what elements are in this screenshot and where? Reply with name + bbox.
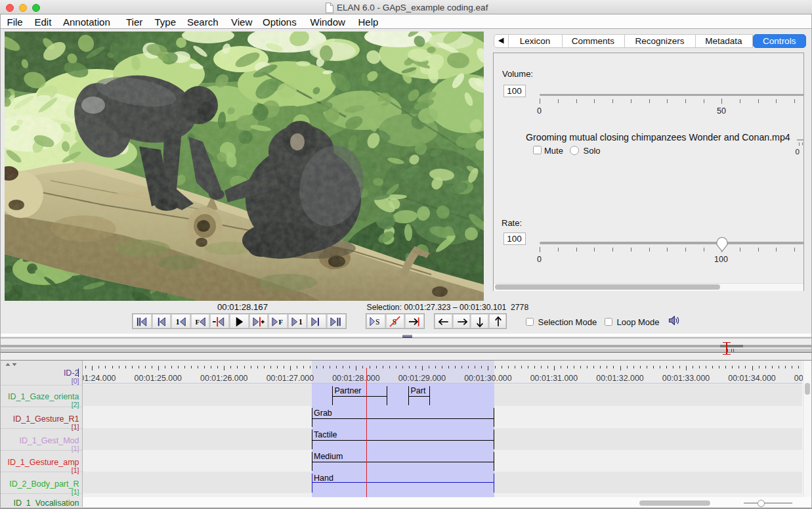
svg-text:1: 1 <box>176 318 180 326</box>
svg-text:F: F <box>195 318 199 325</box>
svg-text:1: 1 <box>299 318 303 326</box>
svg-text:F: F <box>279 318 283 325</box>
svg-text:S: S <box>375 318 379 326</box>
